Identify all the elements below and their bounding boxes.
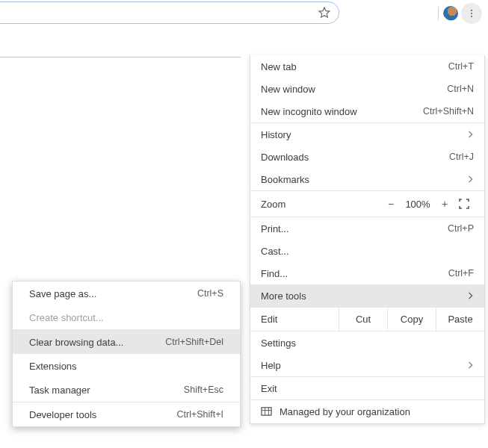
submenu-label: Clear browsing data... <box>29 337 165 348</box>
menu-zoom-row: Zoom − 100% + <box>250 191 484 217</box>
menu-more-tools[interactable]: More tools <box>250 284 484 307</box>
submenu-label: Developer tools <box>29 409 176 420</box>
menu-help[interactable]: Help <box>250 354 484 376</box>
fullscreen-button[interactable] <box>454 199 474 209</box>
menu-downloads[interactable]: Downloads Ctrl+J <box>250 146 484 168</box>
organization-icon <box>261 405 272 419</box>
menu-shortcut: Ctrl+Shift+N <box>423 106 474 116</box>
menu-print[interactable]: Print... Ctrl+P <box>250 217 484 240</box>
submenu-label: Save page as... <box>29 288 197 299</box>
more-tools-submenu: Save page as... Ctrl+S Create shortcut..… <box>12 281 241 427</box>
submenu-shortcut: Ctrl+Shift+I <box>176 409 223 420</box>
menu-shortcut: Ctrl+N <box>447 84 474 94</box>
menu-history[interactable]: History <box>250 123 484 146</box>
submenu-shortcut: Shift+Esc <box>184 385 223 395</box>
menu-shortcut: Ctrl+P <box>448 223 474 234</box>
menu-shortcut: Ctrl+T <box>448 61 474 72</box>
menu-label: More tools <box>261 290 463 302</box>
menu-label: Help <box>261 360 463 371</box>
zoom-out-button[interactable]: − <box>381 198 401 210</box>
zoom-value: 100% <box>401 199 435 210</box>
edit-paste-button[interactable]: Paste <box>436 308 484 331</box>
menu-new-window[interactable]: New window Ctrl+N <box>250 78 484 100</box>
chevron-right-icon <box>463 361 474 369</box>
chevron-right-icon <box>463 292 474 299</box>
zoom-in-button[interactable]: + <box>435 198 454 210</box>
menu-label: Downloads <box>261 152 449 163</box>
submenu-label: Create shortcut... <box>29 312 223 323</box>
svg-rect-3 <box>262 407 271 414</box>
submenu-extensions[interactable]: Extensions <box>13 354 240 378</box>
submenu-task-manager[interactable]: Task manager Shift+Esc <box>13 378 240 402</box>
menu-label: Edit <box>250 314 339 325</box>
menu-shortcut: Ctrl+F <box>448 268 474 279</box>
bookmark-star-icon[interactable] <box>318 6 331 19</box>
menu-label: Print... <box>261 223 448 234</box>
menu-shortcut: Ctrl+J <box>449 152 474 162</box>
svg-point-1 <box>471 13 472 14</box>
menu-label: New incognito window <box>261 106 423 117</box>
fullscreen-icon <box>459 199 469 209</box>
menu-find[interactable]: Find... Ctrl+F <box>250 262 484 284</box>
submenu-save-page[interactable]: Save page as... Ctrl+S <box>13 281 240 305</box>
menu-bookmarks[interactable]: Bookmarks <box>250 168 484 190</box>
submenu-create-shortcut[interactable]: Create shortcut... <box>13 305 240 329</box>
menu-label: Find... <box>261 268 448 279</box>
menu-edit-row: Edit Cut Copy Paste <box>250 308 484 332</box>
content-divider <box>0 57 241 57</box>
menu-label: New window <box>261 84 447 95</box>
menu-label: New tab <box>261 61 448 72</box>
browser-top-chrome <box>0 0 488 27</box>
edit-cut-button[interactable]: Cut <box>339 308 387 331</box>
address-bar[interactable] <box>0 1 339 24</box>
chevron-right-icon <box>463 175 474 183</box>
menu-label: Zoom <box>261 199 381 210</box>
managed-by-org-row[interactable]: Managed by your organization <box>250 399 484 423</box>
svg-point-0 <box>471 10 472 11</box>
svg-point-2 <box>471 16 472 17</box>
menu-settings[interactable]: Settings <box>250 332 484 354</box>
submenu-clear-browsing-data[interactable]: Clear browsing data... Ctrl+Shift+Del <box>13 330 240 354</box>
menu-label: Settings <box>261 337 474 349</box>
main-menu-button[interactable] <box>461 3 482 24</box>
menu-label: History <box>261 129 463 140</box>
menu-new-tab[interactable]: New tab Ctrl+T <box>250 55 484 78</box>
submenu-shortcut: Ctrl+S <box>197 288 223 299</box>
managed-label: Managed by your organization <box>279 406 410 417</box>
profile-avatar[interactable] <box>443 6 458 21</box>
menu-exit[interactable]: Exit <box>250 377 484 399</box>
kebab-icon <box>466 8 477 19</box>
toolbar-divider <box>438 7 439 20</box>
menu-label: Cast... <box>261 246 474 257</box>
edit-copy-button[interactable]: Copy <box>387 308 436 331</box>
menu-cast[interactable]: Cast... <box>250 240 484 262</box>
submenu-shortcut: Ctrl+Shift+Del <box>165 337 223 347</box>
menu-incognito[interactable]: New incognito window Ctrl+Shift+N <box>250 100 484 122</box>
submenu-label: Task manager <box>29 385 184 396</box>
menu-label: Bookmarks <box>261 174 463 185</box>
submenu-label: Extensions <box>29 361 223 372</box>
menu-label: Exit <box>261 383 474 394</box>
chrome-main-menu: New tab Ctrl+T New window Ctrl+N New inc… <box>250 55 485 424</box>
chevron-right-icon <box>463 131 474 138</box>
submenu-developer-tools[interactable]: Developer tools Ctrl+Shift+I <box>13 402 240 426</box>
